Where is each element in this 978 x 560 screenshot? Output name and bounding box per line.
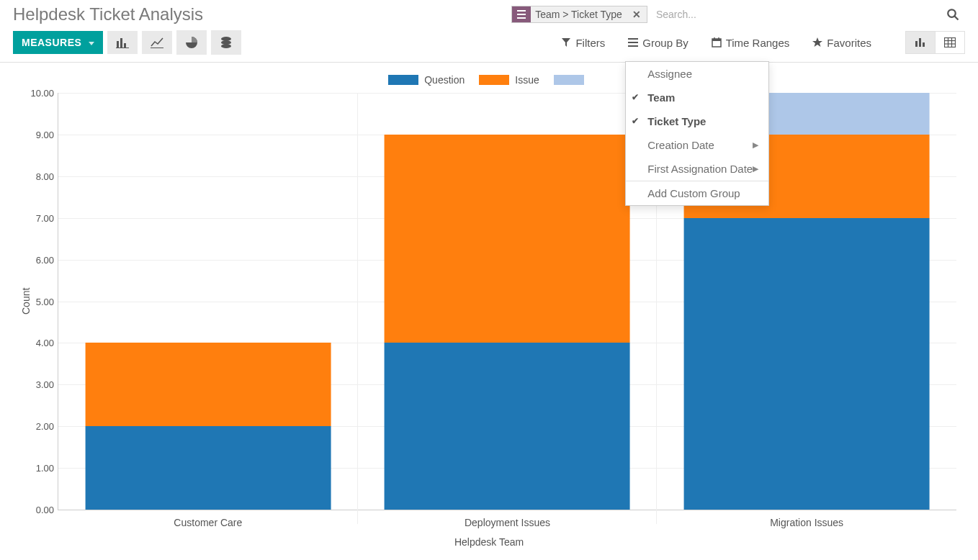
star-icon [812, 37, 822, 48]
svg-rect-14 [628, 42, 638, 43]
measures-label: MEASURES [22, 37, 81, 48]
favorites-label: Favorites [827, 37, 871, 49]
facet-text: Team > Ticket Type [531, 6, 627, 22]
bar-chart-button[interactable] [107, 31, 138, 54]
dropdown-item[interactable]: First Assignation Date▶ [626, 157, 768, 181]
timeranges-button[interactable]: Time Ranges [709, 32, 797, 53]
groupby-wrapper: Group By Assignee✔Team✔Ticket TypeCreati… [625, 32, 695, 53]
facet-remove-button[interactable]: ✕ [627, 6, 647, 22]
legend-label: Question [424, 74, 465, 86]
svg-rect-0 [517, 10, 526, 12]
dropdown-item-label: First Assignation Date [647, 163, 753, 175]
toolbar: MEASURES Filters Group By Assignee✔Team✔… [0, 24, 978, 63]
measures-button[interactable]: MEASURES [13, 31, 103, 54]
toolbar-right: Filters Group By Assignee✔Team✔Ticket Ty… [558, 31, 965, 54]
legend-swatch [479, 75, 509, 85]
list-icon [628, 37, 638, 48]
chevron-right-icon: ▶ [753, 140, 758, 150]
search-area: Team > Ticket Type ✕ [511, 5, 965, 24]
pivot-view-button[interactable] [935, 31, 965, 54]
x-tick-label: Customer Care [174, 510, 242, 528]
y-tick-label: 2.00 [19, 421, 54, 432]
y-tick-label: 1.00 [19, 463, 54, 474]
dropdown-add-custom-group[interactable]: Add Custom Group [626, 181, 768, 205]
y-tick-label: 6.00 [19, 254, 54, 265]
favorites-button[interactable]: Favorites [809, 32, 879, 53]
filters-button[interactable]: Filters [558, 32, 612, 53]
chart-area: QuestionIssue Count 0.001.002.003.004.00… [0, 63, 978, 560]
svg-rect-20 [915, 41, 918, 47]
groupby-label: Group By [642, 37, 688, 49]
svg-rect-23 [945, 38, 956, 48]
groupby-dropdown: Assignee✔Team✔Ticket TypeCreation Date▶F… [625, 61, 769, 206]
legend-item[interactable]: Issue [479, 74, 539, 86]
search-facet: Team > Ticket Type ✕ [511, 6, 647, 23]
svg-rect-22 [923, 42, 925, 47]
svg-rect-5 [117, 41, 119, 48]
legend-item[interactable]: Question [388, 74, 465, 86]
svg-rect-6 [120, 38, 122, 48]
svg-point-12 [221, 44, 231, 48]
legend-swatch [388, 75, 418, 85]
svg-rect-9 [151, 48, 163, 48]
svg-rect-13 [628, 38, 638, 40]
pie-chart-button[interactable] [176, 30, 207, 55]
chevron-right-icon: ▶ [753, 164, 758, 173]
x-tick-label: Migration Issues [770, 510, 843, 528]
dropdown-item-label: Ticket Type [647, 115, 706, 127]
groupby-button[interactable]: Group By [625, 32, 695, 53]
y-tick-label: 10.00 [19, 88, 54, 99]
bar-stack [385, 135, 630, 510]
chart-legend: QuestionIssue [14, 70, 964, 89]
bar-segment[interactable] [385, 135, 630, 343]
dropdown-item[interactable]: Creation Date▶ [626, 133, 768, 157]
header-row: Helpdesk Ticket Analysis Team > Ticket T… [0, 0, 978, 24]
graph-view-button[interactable] [905, 31, 936, 54]
y-tick-label: 3.00 [19, 379, 54, 390]
y-tick-label: 9.00 [19, 129, 54, 140]
dropdown-item[interactable]: Assignee [626, 62, 768, 86]
legend-swatch [554, 75, 584, 85]
bar-stack [85, 343, 331, 510]
dropdown-item[interactable]: ✔Ticket Type [626, 109, 768, 133]
line-chart-button[interactable] [142, 31, 172, 54]
filter-icon [561, 37, 571, 48]
x-axis-label: Helpdesk Team [14, 536, 964, 548]
dropdown-footer-label: Add Custom Group [647, 187, 740, 199]
chart-band: Customer Care [58, 93, 358, 510]
legend-item[interactable] [554, 74, 590, 86]
svg-rect-7 [124, 43, 126, 48]
groupby-facet-icon [512, 6, 531, 22]
x-tick-label: Deployment Issues [465, 510, 550, 528]
y-tick-label: 4.00 [19, 338, 54, 348]
search-icon[interactable] [941, 5, 965, 24]
search-input[interactable] [650, 6, 938, 23]
dropdown-item[interactable]: ✔Team [626, 86, 768, 109]
bar-segment[interactable] [684, 218, 930, 510]
calendar-icon [712, 37, 722, 48]
caret-down-icon [86, 37, 94, 48]
check-icon: ✔ [632, 92, 639, 102]
page-title: Helpdesk Ticket Analysis [13, 4, 203, 24]
legend-label: Issue [515, 74, 539, 86]
y-tick-label: 8.00 [19, 171, 54, 181]
y-tick-label: 5.00 [19, 296, 54, 307]
svg-rect-8 [116, 48, 129, 48]
view-switcher [906, 31, 965, 54]
chart-plot: 0.001.002.003.004.005.006.007.008.009.00… [58, 93, 956, 510]
y-tick-label: 0.00 [19, 505, 54, 515]
filters-label: Filters [575, 37, 605, 49]
chart-band: Deployment Issues [358, 93, 658, 510]
bar-segment[interactable] [85, 426, 331, 510]
dropdown-item-label: Assignee [647, 68, 692, 80]
bar-segment[interactable] [385, 343, 630, 510]
svg-rect-17 [712, 39, 721, 41]
check-icon: ✔ [632, 116, 639, 126]
svg-rect-15 [628, 45, 638, 47]
svg-line-4 [954, 16, 958, 19]
svg-rect-21 [919, 38, 921, 47]
bar-segment[interactable] [85, 343, 331, 426]
svg-rect-1 [517, 14, 526, 15]
svg-rect-2 [517, 17, 526, 19]
stack-button[interactable] [211, 30, 241, 55]
